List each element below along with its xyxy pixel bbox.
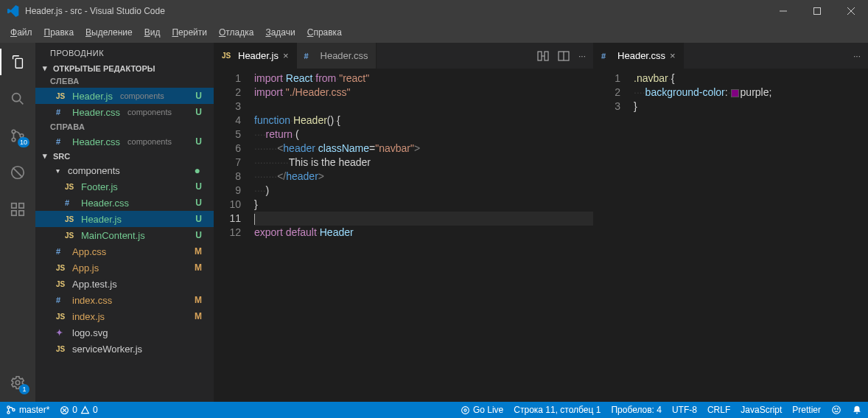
notifications-icon[interactable] <box>852 405 862 415</box>
indentation[interactable]: Пробелов: 4 <box>611 405 662 415</box>
css-icon: # <box>56 296 68 304</box>
go-live-button[interactable]: Go Live <box>461 405 503 415</box>
git-status-badge: U <box>195 91 208 101</box>
minimize-button[interactable] <box>766 0 800 22</box>
problems-indicator[interactable]: 0 0 <box>60 405 97 415</box>
close-tab-icon[interactable]: × <box>283 50 289 61</box>
file-name: Header.css <box>81 198 129 209</box>
file-name: Footer.js <box>81 181 118 192</box>
file-item[interactable]: JSApp.jsM <box>35 259 214 276</box>
code-editor-left[interactable]: 123456789101112 import·React·from·"react… <box>214 69 593 402</box>
menu-item[interactable]: Отладка <box>213 24 259 41</box>
file-name: index.js <box>72 311 105 322</box>
open-editors-header[interactable]: ▾ОТКРЫТЫЕ РЕДАКТОРЫ <box>35 62 214 74</box>
js-icon: JS <box>56 92 68 100</box>
tab-label: Header.css <box>617 50 665 61</box>
close-button[interactable] <box>834 0 868 22</box>
git-status-badge: U <box>195 107 208 117</box>
window-title: Header.js - src - Visual Studio Code <box>21 6 766 16</box>
file-item[interactable]: #index.cssM <box>35 292 214 308</box>
menu-item[interactable]: Правка <box>38 24 80 41</box>
file-item[interactable]: JSHeader.jsU <box>35 211 214 227</box>
git-status-badge: U <box>195 181 208 192</box>
file-item[interactable]: JSHeader.jscomponentsU <box>35 88 214 104</box>
svg-point-26 <box>462 406 469 414</box>
feedback-icon[interactable] <box>831 405 841 415</box>
file-item[interactable]: JSApp.test.js <box>35 276 214 292</box>
menu-item[interactable]: Файл <box>4 24 38 41</box>
file-item[interactable]: #Header.cssU <box>35 195 214 211</box>
menu-item[interactable]: Задачи <box>259 24 301 41</box>
tab-label: Header.js <box>238 50 279 61</box>
file-item[interactable]: #App.cssM <box>35 243 214 259</box>
js-icon: JS <box>56 264 68 272</box>
modified-dot-icon: ● <box>195 164 200 176</box>
tabs-right: #Header.css× ··· <box>594 43 868 69</box>
app-icon <box>6 5 21 17</box>
menu-item[interactable]: Справка <box>301 24 348 41</box>
file-item[interactable]: ✦logo.svg <box>35 324 214 341</box>
file-item[interactable]: JSserviceWorker.js <box>35 341 214 357</box>
js-icon: JS <box>222 52 234 60</box>
folder-components[interactable]: ▾components● <box>35 162 214 178</box>
extensions-tab[interactable] <box>0 196 35 223</box>
menu-item[interactable]: Выделение <box>80 24 139 41</box>
js-icon: JS <box>65 231 77 240</box>
menu-bar: ФайлПравкаВыделениеВидПерейтиОтладкаЗада… <box>0 22 868 43</box>
file-name: App.test.js <box>72 279 117 290</box>
compare-changes-icon[interactable] <box>537 50 549 62</box>
folder-root-header[interactable]: ▾SRC <box>35 150 214 162</box>
language-mode[interactable]: JavaScript <box>741 405 782 415</box>
debug-tab[interactable] <box>0 159 35 186</box>
editor-pane-left: JSHeader.js×#Header.css ··· 123456789101… <box>214 43 593 402</box>
scm-tab[interactable]: 10 <box>0 122 35 149</box>
split-editor-icon[interactable] <box>558 50 570 62</box>
cursor-position[interactable]: Строка 11, столбец 1 <box>514 405 601 415</box>
group-left-label: СЛЕВА <box>35 74 214 88</box>
svg-point-7 <box>12 138 15 142</box>
svg-rect-12 <box>12 211 16 215</box>
file-item[interactable]: #Header.csscomponentsU <box>35 104 214 120</box>
eol[interactable]: CRLF <box>707 405 730 415</box>
search-tab[interactable] <box>0 86 35 112</box>
css-icon: # <box>56 137 68 146</box>
svg-rect-14 <box>19 211 24 215</box>
file-path: components <box>127 137 172 146</box>
svg-line-10 <box>13 168 23 178</box>
menu-item[interactable]: Перейти <box>166 24 213 41</box>
css-icon: # <box>601 52 613 60</box>
file-name: index.css <box>72 295 112 306</box>
maximize-button[interactable] <box>800 0 834 22</box>
editor-tab[interactable]: #Header.css× <box>594 43 684 69</box>
file-item[interactable]: #Header.csscomponentsU <box>35 133 214 150</box>
more-actions-icon[interactable]: ··· <box>853 51 861 61</box>
encoding[interactable]: UTF-8 <box>672 405 697 415</box>
file-item[interactable]: JSindex.jsM <box>35 308 214 324</box>
editor-tab[interactable]: JSHeader.js× <box>214 43 297 69</box>
editor-pane-right: #Header.css× ··· 123 .navbar·{····backgr… <box>593 43 868 402</box>
svg-point-4 <box>13 94 21 102</box>
prettier-status[interactable]: Prettier <box>792 405 821 415</box>
editor-tab[interactable]: #Header.css <box>297 43 377 69</box>
close-tab-icon[interactable]: × <box>670 50 676 61</box>
git-status-badge: U <box>195 230 208 240</box>
js-icon: JS <box>65 183 77 191</box>
explorer-tab[interactable] <box>0 49 35 75</box>
file-name: App.css <box>72 246 106 257</box>
menu-item[interactable]: Вид <box>139 24 167 41</box>
css-icon: # <box>56 108 68 116</box>
file-name: MainContent.js <box>81 230 145 241</box>
file-item[interactable]: JSFooter.jsU <box>35 178 214 195</box>
more-actions-icon[interactable]: ··· <box>578 51 586 61</box>
tabs-left: JSHeader.js×#Header.css ··· <box>214 43 593 69</box>
git-status-badge: U <box>195 214 208 224</box>
group-right-label: СПРАВА <box>35 120 214 133</box>
branch-indicator[interactable]: master* <box>6 405 49 415</box>
file-item[interactable]: JSMainContent.jsU <box>35 227 214 243</box>
code-editor-right[interactable]: 123 .navbar·{····background-color:·purpl… <box>594 69 868 402</box>
sidebar-title: ПРОВОДНИК <box>35 43 214 62</box>
settings-tab[interactable]: 1 <box>0 369 35 396</box>
svg-point-31 <box>856 413 858 414</box>
svg-line-5 <box>20 101 24 105</box>
svg-rect-17 <box>545 52 548 60</box>
